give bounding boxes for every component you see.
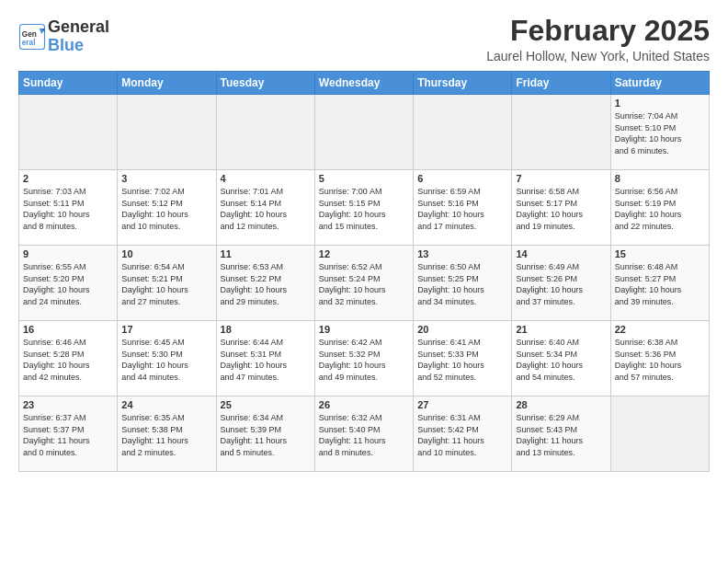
weekday-header-saturday: Saturday (610, 72, 709, 95)
calendar-cell: 1Sunrise: 7:04 AM Sunset: 5:10 PM Daylig… (610, 95, 709, 170)
calendar-cell: 4Sunrise: 7:01 AM Sunset: 5:14 PM Daylig… (216, 170, 314, 246)
calendar-cell (216, 95, 314, 170)
calendar-cell: 18Sunrise: 6:44 AM Sunset: 5:31 PM Dayli… (216, 321, 314, 396)
calendar-cell: 25Sunrise: 6:34 AM Sunset: 5:39 PM Dayli… (216, 396, 314, 472)
day-number: 27 (417, 399, 507, 410)
calendar-cell: 20Sunrise: 6:41 AM Sunset: 5:33 PM Dayli… (414, 321, 512, 396)
day-info: Sunrise: 6:35 AM Sunset: 5:38 PM Dayligh… (121, 412, 211, 458)
day-number: 5 (319, 173, 409, 184)
day-info: Sunrise: 6:50 AM Sunset: 5:25 PM Dayligh… (417, 261, 507, 307)
day-info: Sunrise: 7:03 AM Sunset: 5:11 PM Dayligh… (23, 186, 113, 232)
calendar-cell: 12Sunrise: 6:52 AM Sunset: 5:24 PM Dayli… (314, 246, 413, 321)
day-info: Sunrise: 6:40 AM Sunset: 5:34 PM Dayligh… (516, 337, 606, 383)
day-number: 14 (516, 248, 606, 259)
calendar-cell: 28Sunrise: 6:29 AM Sunset: 5:43 PM Dayli… (512, 396, 610, 472)
day-number: 4 (221, 173, 311, 184)
calendar-cell (414, 95, 512, 170)
day-info: Sunrise: 6:55 AM Sunset: 5:20 PM Dayligh… (23, 261, 113, 307)
week-row-4: 23Sunrise: 6:37 AM Sunset: 5:37 PM Dayli… (19, 396, 710, 472)
day-info: Sunrise: 6:31 AM Sunset: 5:42 PM Dayligh… (417, 412, 507, 458)
calendar-cell: 2Sunrise: 7:03 AM Sunset: 5:11 PM Daylig… (19, 170, 118, 246)
day-info: Sunrise: 6:46 AM Sunset: 5:28 PM Dayligh… (23, 337, 113, 383)
day-number: 22 (615, 324, 705, 335)
day-number: 16 (23, 324, 113, 335)
day-info: Sunrise: 6:58 AM Sunset: 5:17 PM Dayligh… (516, 186, 606, 232)
calendar-cell: 24Sunrise: 6:35 AM Sunset: 5:38 PM Dayli… (118, 396, 216, 472)
day-info: Sunrise: 6:48 AM Sunset: 5:27 PM Dayligh… (615, 261, 705, 307)
calendar-cell: 11Sunrise: 6:53 AM Sunset: 5:22 PM Dayli… (216, 246, 314, 321)
calendar-cell: 15Sunrise: 6:48 AM Sunset: 5:27 PM Dayli… (610, 246, 709, 321)
day-number: 1 (615, 98, 705, 109)
calendar-cell (610, 396, 709, 472)
week-row-1: 2Sunrise: 7:03 AM Sunset: 5:11 PM Daylig… (19, 170, 710, 246)
calendar-cell: 21Sunrise: 6:40 AM Sunset: 5:34 PM Dayli… (512, 321, 610, 396)
day-info: Sunrise: 6:42 AM Sunset: 5:32 PM Dayligh… (319, 337, 409, 383)
calendar-cell: 6Sunrise: 6:59 AM Sunset: 5:16 PM Daylig… (414, 170, 512, 246)
day-info: Sunrise: 6:49 AM Sunset: 5:26 PM Dayligh… (516, 261, 606, 307)
weekday-header-friday: Friday (512, 72, 610, 95)
calendar-cell (314, 95, 413, 170)
svg-text:Gen: Gen (22, 30, 37, 39)
calendar-cell: 14Sunrise: 6:49 AM Sunset: 5:26 PM Dayli… (512, 246, 610, 321)
day-number: 21 (516, 324, 606, 335)
day-number: 2 (23, 173, 113, 184)
calendar-cell: 27Sunrise: 6:31 AM Sunset: 5:42 PM Dayli… (414, 396, 512, 472)
calendar-cell: 10Sunrise: 6:54 AM Sunset: 5:21 PM Dayli… (118, 246, 216, 321)
day-number: 6 (417, 173, 507, 184)
calendar-cell: 13Sunrise: 6:50 AM Sunset: 5:25 PM Dayli… (414, 246, 512, 321)
day-info: Sunrise: 6:56 AM Sunset: 5:19 PM Dayligh… (615, 186, 705, 232)
day-number: 12 (319, 248, 409, 259)
header: Gen eral General Blue February 2025 Laur… (18, 15, 710, 63)
day-info: Sunrise: 6:44 AM Sunset: 5:31 PM Dayligh… (221, 337, 311, 383)
day-number: 18 (221, 324, 311, 335)
calendar-cell: 3Sunrise: 7:02 AM Sunset: 5:12 PM Daylig… (118, 170, 216, 246)
week-row-2: 9Sunrise: 6:55 AM Sunset: 5:20 PM Daylig… (19, 246, 710, 321)
week-row-0: 1Sunrise: 7:04 AM Sunset: 5:10 PM Daylig… (19, 95, 710, 170)
day-info: Sunrise: 7:02 AM Sunset: 5:12 PM Dayligh… (121, 186, 211, 232)
day-number: 13 (417, 248, 507, 259)
day-info: Sunrise: 7:01 AM Sunset: 5:14 PM Dayligh… (221, 186, 311, 232)
location-title: Laurel Hollow, New York, United States (486, 49, 710, 63)
day-info: Sunrise: 6:54 AM Sunset: 5:21 PM Dayligh… (121, 261, 211, 307)
calendar-cell: 7Sunrise: 6:58 AM Sunset: 5:17 PM Daylig… (512, 170, 610, 246)
calendar-cell: 26Sunrise: 6:32 AM Sunset: 5:40 PM Dayli… (314, 396, 413, 472)
weekday-header-monday: Monday (118, 72, 216, 95)
day-info: Sunrise: 6:59 AM Sunset: 5:16 PM Dayligh… (417, 186, 507, 232)
day-info: Sunrise: 6:29 AM Sunset: 5:43 PM Dayligh… (516, 412, 606, 458)
calendar-cell: 8Sunrise: 6:56 AM Sunset: 5:19 PM Daylig… (610, 170, 709, 246)
calendar-cell: 23Sunrise: 6:37 AM Sunset: 5:37 PM Dayli… (19, 396, 118, 472)
day-number: 8 (615, 173, 705, 184)
day-number: 25 (221, 399, 311, 410)
logo: Gen eral General Blue (18, 18, 109, 55)
month-title: February 2025 (486, 15, 710, 47)
weekday-header-tuesday: Tuesday (216, 72, 314, 95)
calendar-cell: 22Sunrise: 6:38 AM Sunset: 5:36 PM Dayli… (610, 321, 709, 396)
page: Gen eral General Blue February 2025 Laur… (0, 0, 728, 563)
logo-icon: Gen eral (18, 23, 46, 51)
calendar-cell: 16Sunrise: 6:46 AM Sunset: 5:28 PM Dayli… (19, 321, 118, 396)
calendar-cell: 17Sunrise: 6:45 AM Sunset: 5:30 PM Dayli… (118, 321, 216, 396)
logo-text: General Blue (48, 18, 109, 55)
day-info: Sunrise: 7:00 AM Sunset: 5:15 PM Dayligh… (319, 186, 409, 232)
weekday-header-thursday: Thursday (414, 72, 512, 95)
svg-text:eral: eral (22, 39, 36, 47)
weekday-header-wednesday: Wednesday (314, 72, 413, 95)
calendar-table: SundayMondayTuesdayWednesdayThursdayFrid… (18, 71, 710, 472)
day-number: 15 (615, 248, 705, 259)
day-info: Sunrise: 6:45 AM Sunset: 5:30 PM Dayligh… (121, 337, 211, 383)
day-number: 17 (121, 324, 211, 335)
day-info: Sunrise: 6:41 AM Sunset: 5:33 PM Dayligh… (417, 337, 507, 383)
calendar-cell (19, 95, 118, 170)
calendar-cell: 19Sunrise: 6:42 AM Sunset: 5:32 PM Dayli… (314, 321, 413, 396)
day-number: 19 (319, 324, 409, 335)
day-number: 9 (23, 248, 113, 259)
day-number: 7 (516, 173, 606, 184)
day-info: Sunrise: 6:52 AM Sunset: 5:24 PM Dayligh… (319, 261, 409, 307)
day-number: 11 (221, 248, 311, 259)
calendar-cell (118, 95, 216, 170)
day-number: 23 (23, 399, 113, 410)
day-number: 28 (516, 399, 606, 410)
day-number: 26 (319, 399, 409, 410)
day-info: Sunrise: 6:38 AM Sunset: 5:36 PM Dayligh… (615, 337, 705, 383)
day-info: Sunrise: 6:34 AM Sunset: 5:39 PM Dayligh… (221, 412, 311, 458)
